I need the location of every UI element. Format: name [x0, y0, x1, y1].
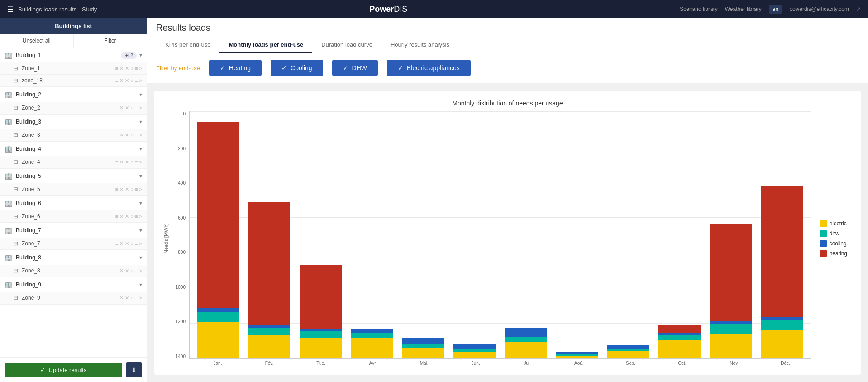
- sidebar-controls: Unselect all Filter: [0, 34, 147, 48]
- update-results-button[interactable]: ✓ Update results: [5, 363, 122, 377]
- building-header-4[interactable]: 🏢 Building_4 ▾: [0, 142, 147, 156]
- x-label-Aoû.: Aoû.: [554, 361, 604, 366]
- tab-hourly[interactable]: Hourly results analysis: [382, 38, 458, 53]
- building-badge-1: ⊞ 2: [121, 52, 137, 59]
- chevron-icon-4: ▾: [139, 146, 142, 152]
- bar-segment-cooling: [351, 329, 393, 333]
- building-item-4: 🏢 Building_4 ▾ ⊟ Zone_4 ≡ ✕ ✕ ○ ≡ >: [0, 142, 147, 169]
- main-layout: Buildings list Unselect all Filter 🏢 Bui…: [0, 18, 868, 382]
- scenario-library-link[interactable]: Scenario library: [680, 6, 717, 12]
- bar-segment-electric: [556, 356, 598, 358]
- filter-label: Filter by end-use: [156, 65, 200, 72]
- chevron-icon-8: ▾: [139, 254, 142, 261]
- building-header-3[interactable]: 🏢 Building_3 ▾: [0, 115, 147, 129]
- filter-heating-button[interactable]: ✓ Heating: [209, 60, 262, 76]
- chart-title: Monthly distribution of needs per usage: [163, 100, 852, 107]
- sidebar-list: 🏢 Building_1 ⊞ 2 ▾ ⊟ Zone_1 ≡ ✕ ✕ ○ ≡ > …: [0, 48, 147, 357]
- bar-segment-electric: [197, 322, 239, 358]
- bars-group: [190, 111, 811, 358]
- bar-stack-Avr: [351, 274, 393, 358]
- building-item-8: 🏢 Building_8 ▾ ⊟ Zone_8 ≡ ✕ ✕ ○ ≡ >: [0, 250, 147, 277]
- chart-container: Needs [MWh] 1400 1200 1000 800 600 400 2…: [163, 111, 852, 366]
- building-icon-6: 🏢: [5, 200, 12, 207]
- zone-name-6: Zone_6: [22, 213, 115, 220]
- layers-icon: ⊞: [124, 53, 129, 58]
- bar-segment-electric: [761, 330, 803, 358]
- topbar-left: ☰ Buildings loads results - Study: [7, 5, 97, 14]
- download-button[interactable]: ⬇: [126, 362, 142, 377]
- sidebar-header: Buildings list: [0, 18, 147, 34]
- expand-icon[interactable]: ⤢: [856, 6, 861, 12]
- bar-segment-electric: [505, 342, 547, 358]
- bar-segment-dhw: [761, 320, 803, 330]
- bar-segment-electric: [658, 340, 701, 358]
- bar-stack-Jui.: [505, 272, 547, 358]
- zone-name-7: Zone_7: [22, 240, 115, 247]
- zone-actions-5: ≡ ✕ ✕ ○ ≡ >: [115, 186, 142, 192]
- building-name-4: Building_4: [16, 146, 139, 152]
- weather-library-link[interactable]: Weather library: [725, 6, 762, 12]
- bar-col-Avr: [347, 111, 396, 358]
- building-header-2[interactable]: 🏢 Building_2 ▾: [0, 87, 147, 102]
- zone-actions-2: ≡ ✕ ✕ ○ ≡ >: [115, 105, 142, 111]
- tab-monthly[interactable]: Monthly loads per end-use: [219, 38, 312, 53]
- legend-item-electric: electric: [820, 220, 847, 227]
- zone-item-5: ⊟ Zone_5 ≡ ✕ ✕ ○ ≡ >: [0, 183, 147, 196]
- zone-item-9: ⊟ Zone_9 ≡ ✕ ✕ ○ ≡ >: [0, 292, 147, 304]
- chart-y-axis-container: 1400 1200 1000 800 600 400 200 0: [173, 111, 811, 359]
- bar-segment-electric: [607, 351, 649, 358]
- building-header-8[interactable]: 🏢 Building_8 ▾: [0, 250, 147, 265]
- filter-dhw-button[interactable]: ✓ DHW: [332, 60, 378, 76]
- bar-stack-Aoû.: [556, 318, 598, 358]
- bar-col-Oct.: [655, 111, 704, 358]
- zone-icon-7: ⊟: [14, 240, 18, 247]
- filter-cooling-button[interactable]: ✓ Cooling: [271, 60, 323, 76]
- x-label-Sep.: Sep.: [606, 361, 655, 366]
- bar-stack-Mai.: [402, 287, 444, 358]
- building-icon-4: 🏢: [5, 145, 12, 153]
- building-header-5[interactable]: 🏢 Building_5 ▾: [0, 169, 147, 183]
- heating-label: Heating: [229, 64, 251, 72]
- filter-button[interactable]: Filter: [74, 34, 147, 48]
- zone-name-4: Zone_4: [22, 159, 115, 165]
- building-header-9[interactable]: 🏢 Building_9 ▾: [0, 277, 147, 292]
- tab-duration[interactable]: Duration load curve: [312, 38, 382, 53]
- building-item-7: 🏢 Building_7 ▾ ⊟ Zone_7 ≡ ✕ ✕ ○ ≡ >: [0, 223, 147, 250]
- bar-segment-electric: [453, 352, 496, 358]
- legend-color-dhw: [820, 230, 827, 237]
- zone-actions-4: ≡ ✕ ✕ ○ ≡ >: [115, 159, 142, 165]
- building-icon-2: 🏢: [5, 91, 12, 98]
- bar-segment-dhw: [505, 337, 547, 342]
- legend-item-dhw: dhw: [820, 230, 847, 237]
- bar-segment-dhw: [710, 324, 752, 334]
- building-icon-3: 🏢: [5, 118, 12, 125]
- x-axis: Jan.Fév.Tue.AvrMai.Jun.Jui.Aoû.Sep.Oct.N…: [173, 359, 811, 366]
- bar-stack-Oct.: [658, 267, 701, 358]
- cooling-check-icon: ✓: [281, 64, 287, 72]
- legend-label-heating: heating: [830, 250, 847, 257]
- x-label-Jan.: Jan.: [193, 361, 243, 366]
- zone-icon-3: ⊟: [14, 132, 18, 138]
- building-header-7[interactable]: 🏢 Building_7 ▾: [0, 223, 147, 238]
- bar-segment-cooling: [607, 345, 649, 349]
- tab-kpis[interactable]: KPIs per end-use: [156, 38, 219, 53]
- zone-actions-3: ≡ ✕ ✕ ○ ≡ >: [115, 132, 142, 138]
- x-label-Jui.: Jui.: [502, 361, 552, 366]
- menu-icon[interactable]: ☰: [7, 5, 14, 14]
- building-header-6[interactable]: 🏢 Building_6 ▾: [0, 196, 147, 210]
- bar-col-Mai.: [398, 111, 448, 358]
- building-header-1[interactable]: 🏢 Building_1 ⊞ 2 ▾: [0, 48, 147, 62]
- zone-name-5: Zone_5: [22, 186, 115, 192]
- lang-button[interactable]: en: [769, 5, 782, 14]
- bar-segment-electric: [351, 338, 393, 358]
- zone-icon-18: ⊟: [14, 77, 18, 84]
- unselect-all-button[interactable]: Unselect all: [0, 34, 74, 48]
- bar-stack-Jan.: [197, 117, 239, 358]
- y-label-600: 600: [173, 215, 186, 220]
- filter-electric-button[interactable]: ✓ Electric appliances: [387, 60, 471, 76]
- dhw-label: DHW: [352, 64, 367, 72]
- bar-col-Fév.: [244, 111, 294, 358]
- zone-item-6: ⊟ Zone_6 ≡ ✕ ✕ ○ ≡ >: [0, 210, 147, 223]
- bars-area: [189, 111, 811, 359]
- building-name-2: Building_2: [16, 91, 139, 98]
